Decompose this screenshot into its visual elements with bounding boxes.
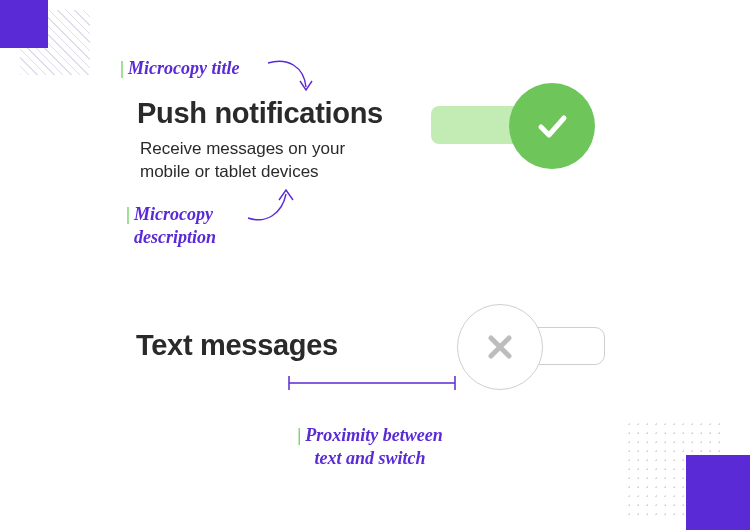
- annotation-microcopy-description-l1: Microcopy: [134, 204, 213, 224]
- annotation-microcopy-description: |Microcopy |description: [126, 203, 216, 248]
- arrow-to-title-icon: [264, 53, 320, 99]
- purple-square-tl: [0, 0, 48, 48]
- annotation-proximity: |Proximity between text and switch: [255, 424, 485, 469]
- annotation-microcopy-title-text: Microcopy title: [128, 58, 239, 78]
- toggle-on-knob[interactable]: [509, 83, 595, 169]
- push-notifications-title: Push notifications: [137, 97, 383, 130]
- push-notifications-description: Receive messages on your mobile or table…: [140, 138, 370, 184]
- toggle-off-knob[interactable]: [457, 304, 543, 390]
- annotation-proximity-l2: text and switch: [314, 448, 425, 468]
- annotation-proximity-l1: Proximity between: [305, 425, 442, 445]
- text-messages-title: Text messages: [136, 329, 338, 362]
- purple-square-br: [686, 455, 750, 530]
- proximity-ruler-icon: [288, 376, 456, 390]
- x-icon: [481, 328, 519, 366]
- annotation-microcopy-title: |Microcopy title: [120, 57, 239, 80]
- annotation-microcopy-description-l2: description: [134, 227, 216, 247]
- check-icon: [532, 106, 572, 146]
- arrow-to-description-icon: [244, 184, 300, 230]
